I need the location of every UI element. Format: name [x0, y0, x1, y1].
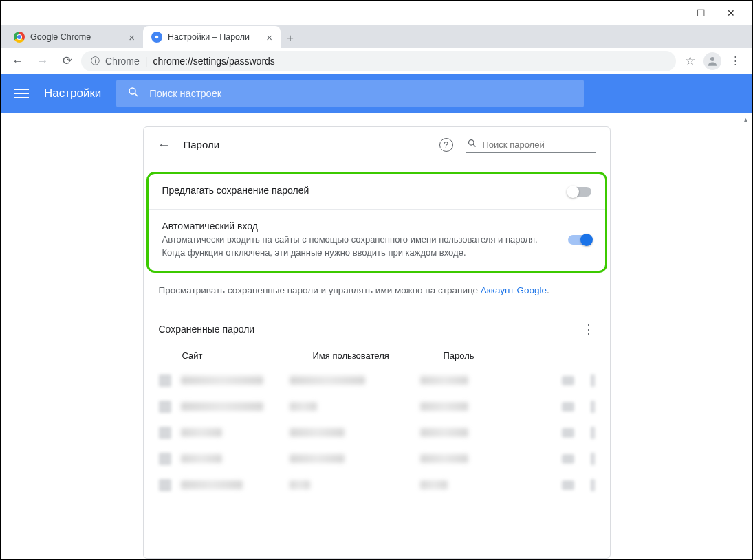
google-account-link[interactable]: Аккаунт Google [481, 285, 547, 295]
saved-passwords-header: Сохраненные пароли ⋮ [144, 298, 610, 344]
content-area: ← Пароли ? Предлагать сохранение паролей… [1, 113, 752, 559]
offer-save-label: Предлагать сохранение паролей [162, 185, 557, 196]
password-search-input[interactable] [483, 139, 598, 150]
back-arrow-icon[interactable]: ← [157, 137, 171, 153]
tab-strip: Google Chrome × Настройки – Пароли × + [1, 25, 752, 48]
passwords-card: ← Пароли ? Предлагать сохранение паролей… [143, 126, 611, 559]
new-tab-button[interactable]: + [281, 29, 300, 48]
row-menu-icon[interactable] [591, 401, 595, 413]
window-close[interactable]: ✕ [716, 3, 746, 23]
browser-menu-icon[interactable]: ⋮ [724, 50, 746, 72]
hamburger-menu-icon[interactable] [14, 89, 29, 98]
row-menu-icon[interactable] [591, 453, 595, 465]
settings-header: Настройки [1, 74, 752, 113]
password-table-header: Сайт Имя пользователя Пароль [144, 344, 610, 368]
site-info-icon[interactable]: ⓘ [91, 55, 100, 67]
scroll-up-icon[interactable]: ▴ [741, 114, 750, 124]
show-password-icon[interactable] [562, 480, 574, 490]
tab-settings-passwords[interactable]: Настройки – Пароли × [143, 26, 281, 48]
browser-toolbar: ← → ⟳ ⓘ Chrome | chrome://settings/passw… [1, 48, 752, 74]
profile-avatar[interactable] [703, 52, 721, 70]
offer-save-passwords-row: Предлагать сохранение паролей [149, 174, 605, 209]
password-row[interactable] [144, 446, 610, 472]
settings-search[interactable] [116, 80, 584, 107]
col-user: Имя пользователя [313, 350, 444, 361]
back-button[interactable]: ← [7, 50, 29, 72]
window-titlebar: — ☐ ✕ [1, 1, 752, 25]
password-row[interactable] [144, 368, 610, 394]
forward-button[interactable]: → [32, 50, 54, 72]
chrome-favicon [14, 32, 25, 43]
col-pass: Пароль [444, 350, 595, 361]
svg-line-2 [135, 93, 138, 96]
show-password-icon[interactable] [562, 428, 574, 438]
auto-signin-label: Автоматический вход [162, 221, 557, 232]
show-password-icon[interactable] [562, 454, 574, 464]
tab-google-chrome[interactable]: Google Chrome × [6, 26, 143, 48]
svg-point-3 [468, 140, 474, 146]
window-minimize[interactable]: — [655, 3, 686, 23]
help-icon[interactable]: ? [439, 138, 453, 152]
tab-close-icon[interactable]: × [266, 32, 272, 43]
saved-passwords-title: Сохраненные пароли [159, 324, 582, 335]
card-header: ← Пароли ? [144, 127, 610, 162]
window-maximize[interactable]: ☐ [686, 3, 716, 23]
settings-search-input[interactable] [149, 88, 573, 99]
col-site: Сайт [182, 350, 313, 361]
show-password-icon[interactable] [562, 402, 574, 412]
search-icon [467, 138, 477, 150]
show-password-icon[interactable] [562, 376, 574, 385]
bookmark-star-icon[interactable]: ☆ [679, 50, 701, 72]
password-search[interactable] [466, 137, 596, 153]
offer-save-toggle[interactable] [568, 187, 591, 197]
svg-line-4 [473, 144, 475, 146]
row-menu-icon[interactable] [591, 479, 595, 491]
reload-button[interactable]: ⟳ [56, 50, 78, 72]
settings-label: Настройки [44, 87, 101, 100]
svg-point-1 [129, 88, 135, 94]
auto-signin-toggle[interactable] [568, 235, 591, 245]
password-row[interactable] [144, 420, 610, 446]
auto-signin-row: Автоматический вход Автоматически входит… [149, 209, 605, 271]
manage-passwords-info: Просматривать сохраненные пароли и управ… [144, 273, 610, 298]
more-actions-icon[interactable]: ⋮ [582, 322, 595, 337]
tab-title: Настройки – Пароли [168, 32, 261, 42]
url-path: chrome://settings/passwords [153, 56, 274, 67]
url-scheme: Chrome [105, 56, 140, 67]
auto-signin-description: Автоматически входить на сайты с помощью… [162, 234, 557, 260]
password-row[interactable] [144, 472, 610, 498]
password-row[interactable] [144, 394, 610, 420]
tab-title: Google Chrome [30, 32, 123, 42]
svg-point-0 [710, 57, 714, 61]
vertical-scrollbar[interactable]: ▴ [741, 114, 750, 554]
settings-favicon [151, 32, 162, 43]
row-menu-icon[interactable] [591, 374, 595, 387]
row-menu-icon[interactable] [591, 427, 595, 439]
address-bar[interactable]: ⓘ Chrome | chrome://settings/passwords [81, 51, 676, 71]
highlighted-settings: Предлагать сохранение паролей Автоматиче… [146, 172, 607, 273]
search-icon [127, 86, 140, 101]
tab-close-icon[interactable]: × [129, 32, 135, 43]
page-title: Пароли [184, 139, 427, 150]
